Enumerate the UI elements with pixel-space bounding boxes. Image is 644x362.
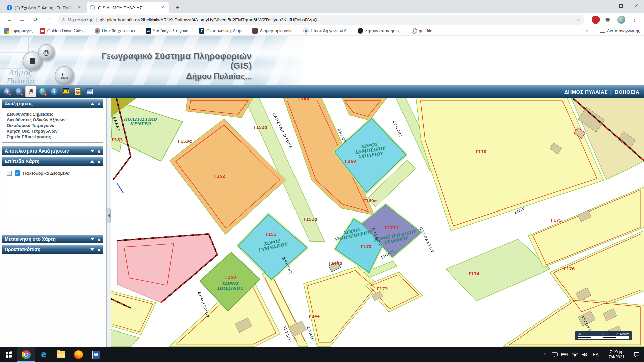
windows-taskbar: e W ΕΛ 7:19 μμ 7/4/2021 <box>0 347 644 362</box>
browser-tab-2[interactable]: GIS ΔΗΜΟΥ ΠΥΛΑΙΑΣ× <box>87 2 169 13</box>
tab-close-icon[interactable]: × <box>76 5 83 11</box>
bookmarks-bar: ΕφαρμογέςGolden Dawn Girls:...Πότε θα χτ… <box>0 26 644 36</box>
search-link[interactable]: Διευθύνσεις Σημειακές <box>7 111 103 117</box>
panel-header-1[interactable]: Αναζητήσεις» <box>2 99 103 108</box>
address-bar[interactable]: ⚠ Μη ασφαλής | gis.pilea-hortiatis.gr/?f… <box>58 15 584 25</box>
cast-display-icon[interactable] <box>550 347 560 362</box>
panel-chevrons-icon[interactable]: » <box>98 236 100 242</box>
hand-pan-icon <box>28 88 34 95</box>
search-link[interactable]: Χρήση Οικ. Τετραγώνων <box>7 128 103 134</box>
bookmark-item-9[interactable]: get_file <box>412 28 432 34</box>
zoom-in-tool[interactable]: + <box>2 86 13 97</box>
panel-header-5[interactable]: Προεπισκόπιση» <box>2 245 103 254</box>
panel-header-3[interactable]: Επίπεδα Χάρτη» <box>2 157 103 166</box>
url-separator: | <box>96 17 97 22</box>
bookmark-item-8[interactable]: Ζητούν απαντήσεις... <box>358 28 404 34</box>
bookmark-item-5[interactable]: TΘεσσαλονίκη: Διαμ... <box>199 28 245 34</box>
map-canvas[interactable]: ΕΛΛΑΣΚΑΠΕΤΑΝ ΝΤΟΡΑΔΗΛΟΥΚΡΗΤΗΣΧΙΟΥΝΑΥΠΑΚΤ… <box>111 98 644 347</box>
measure-tool[interactable] <box>61 86 71 97</box>
battery-icon[interactable] <box>560 347 570 362</box>
parcel-label: Γ144 <box>309 314 320 319</box>
taskbar-edge[interactable]: e <box>35 347 52 362</box>
attribute-table-tool[interactable] <box>84 86 95 97</box>
parcel-label: Γ174 <box>469 272 480 276</box>
panel-body-layers: +✓Πολεοδομικά Δεδομένα <box>2 166 103 222</box>
taskbar-chrome[interactable] <box>17 347 35 362</box>
taskbar-file-explorer[interactable] <box>52 347 70 362</box>
expand-down-icon[interactable] <box>90 150 94 152</box>
language-indicator[interactable]: ΕΛ <box>590 347 601 362</box>
expand-down-icon[interactable] <box>90 238 94 240</box>
full-extent-tool[interactable] <box>37 86 48 97</box>
minimize-button[interactable] <box>598 0 613 12</box>
speaker-icon[interactable] <box>580 347 590 362</box>
bookmark-item-1[interactable]: Εφαρμογές <box>4 28 33 34</box>
profile-avatar[interactable]: ε <box>617 16 625 24</box>
collapse-up-icon[interactable] <box>90 103 94 105</box>
identify-page-tool[interactable] <box>72 86 83 97</box>
bookmark-star-icon[interactable]: ☆ <box>576 17 580 23</box>
panel-header-2[interactable]: Αποτελέσματα Αναζητήσεων» <box>2 146 103 155</box>
page-title: Γεωγραφικό Σύστημα Πληροφοριών (GIS) Δήμ… <box>84 51 252 81</box>
site-circle-icon <box>95 28 100 34</box>
sidebar-panel-5: Προεπισκόπιση» <box>2 245 103 254</box>
tray-chevron-up-icon[interactable] <box>540 347 550 362</box>
home-button[interactable]: ⌂ <box>44 15 54 24</box>
maximize-button[interactable] <box>613 0 629 12</box>
security-label[interactable]: Μη ασφαλής <box>68 17 93 22</box>
browser-menu-icon[interactable]: ⋮ <box>631 16 639 24</box>
search-link[interactable]: Οικοδομικά Τετράγωνα <box>7 123 103 128</box>
panel-chevrons-icon[interactable]: » <box>98 247 100 252</box>
search-link[interactable]: Σημεία Εδιαφέροντος <box>7 134 103 140</box>
reading-list-button[interactable]: Λίστα ανάγνωσης <box>595 28 640 33</box>
search-link[interactable]: Διευθύνσεις Οδικών Αξόνων <box>7 117 103 123</box>
zoom-out-tool[interactable]: − <box>14 86 24 97</box>
sidebar-collapse-button[interactable] <box>107 208 111 223</box>
panel-chevrons-icon[interactable]: » <box>98 101 100 107</box>
bookmark-item-7[interactable]: Επιστολή γονέων Α... <box>303 28 350 34</box>
municipality-link[interactable]: ΔΗΜΟΣ ΠΥΛΑΙΑΣ <box>564 89 608 95</box>
collapse-up-icon[interactable] <box>90 160 94 163</box>
new-tab-button[interactable]: + <box>173 3 182 13</box>
parcel-label: Γ169α <box>363 199 377 203</box>
gis-title-line2: Δήμου Πυλαίας... <box>84 72 252 81</box>
panel-chevrons-icon[interactable]: » <box>98 159 100 164</box>
layer-expander[interactable]: + <box>7 171 12 176</box>
gis-title-line1: Γεωγραφικό Σύστημα Πληροφοριών (GIS) <box>84 51 252 71</box>
tab-close-icon[interactable]: × <box>160 5 166 11</box>
panel-header-4[interactable]: Μετακίνηση στο Χάρτη» <box>2 235 103 243</box>
panel-title: Αναζητήσεις <box>5 101 90 106</box>
extensions-puzzle-icon[interactable]: ⬣ <box>604 16 612 24</box>
bookmark-item-3[interactable]: Πότε θα χτιστεί το... <box>95 28 138 34</box>
pan-tool[interactable] <box>25 86 36 97</box>
show-desktop-strip[interactable] <box>642 347 644 362</box>
taskbar-firefox[interactable] <box>70 347 87 362</box>
bookmark-item-2[interactable]: Golden Dawn Girls:... <box>40 28 87 34</box>
action-center-icon[interactable] <box>632 347 642 362</box>
bookmarks-overflow-chevron[interactable]: » <box>586 28 588 34</box>
ruler-icon <box>62 90 70 94</box>
taskbar-word[interactable]: W <box>87 347 105 362</box>
close-button[interactable] <box>629 0 644 12</box>
bookmark-item-4[interactable]: GRΣτα "κάγκελα" γονε... <box>146 28 192 34</box>
layer-checkbox[interactable]: ✓ <box>15 170 20 176</box>
attribute-table-icon <box>86 88 93 95</box>
tab-title: (2) Σχολεία Πυλαίας - Το Πρόβλ <box>15 5 74 10</box>
info-tool[interactable]: i <box>49 86 60 97</box>
browser-tab-1[interactable]: f(2) Σχολεία Πυλαίας - Το Πρόβλ× <box>3 2 86 13</box>
help-link[interactable]: ΒΟΗΘΕΙΑ <box>614 89 639 95</box>
start-button[interactable] <box>0 347 17 362</box>
panel-chevrons-icon[interactable]: » <box>98 148 100 154</box>
adblock-extension-icon[interactable] <box>592 16 600 24</box>
wifi-icon[interactable] <box>570 347 580 362</box>
url-text[interactable]: gis.pilea-hortiatis.gr/?fbclid=IwAR1KsDu… <box>100 17 573 22</box>
reload-button[interactable]: ⟳ <box>31 15 40 24</box>
tray-clock[interactable]: 7:19 μμ 7/4/2021 <box>603 350 630 360</box>
map-parcels <box>111 98 644 347</box>
back-button[interactable]: ← <box>5 15 14 24</box>
forward-button[interactable]: → <box>17 15 27 24</box>
bookmark-item-6[interactable]: Διαμαρτυρία γονέ... <box>252 28 296 34</box>
bookmark-label: Golden Dawn Girls:... <box>47 28 87 33</box>
parcel-label: Γ153 <box>112 138 123 142</box>
expand-down-icon[interactable] <box>90 248 94 251</box>
